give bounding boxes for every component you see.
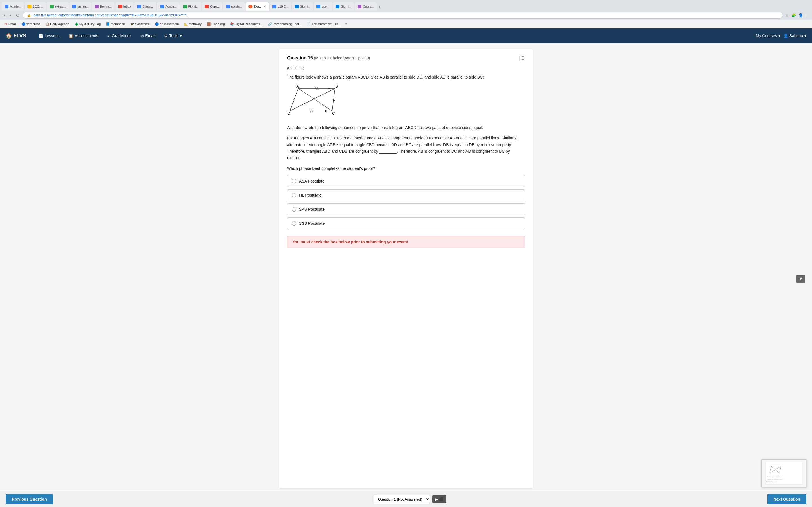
- digital-resources-icon: 📚: [230, 22, 234, 26]
- question-intro-text: The figure below shows a parallelogram A…: [287, 74, 525, 80]
- thumbnail-inner: A student wrote the following sentences.…: [762, 460, 806, 487]
- answer-option-a[interactable]: ASA Postulate: [287, 175, 525, 187]
- browser-tab[interactable]: no sla...: [223, 2, 245, 11]
- bookmark-codeorg[interactable]: 🟫 Code.org: [205, 21, 227, 26]
- browser-tab[interactable]: zoom: [313, 2, 332, 11]
- address-icons: ☆ 🧩 👤 ⋮: [784, 12, 810, 18]
- menu-button[interactable]: ⋮: [805, 12, 810, 18]
- browser-tab[interactable]: summ...: [69, 2, 91, 11]
- nav-lessons[interactable]: 📄 Lessons: [35, 31, 63, 40]
- my-courses-button[interactable]: My Courses ▾: [756, 34, 780, 38]
- warning-bar: You must check the box below prior to su…: [287, 236, 525, 248]
- browser-tab[interactable]: Cours...: [355, 2, 377, 11]
- media-button[interactable]: ▶ ⬛: [432, 495, 446, 503]
- bookmark-paraphrasing[interactable]: 🔗 Paraphrasing Tool...: [266, 21, 303, 26]
- nav-right: My Courses ▾ 👤 Sabrina ▾: [756, 34, 806, 38]
- browser-tab[interactable]: 2022-...: [24, 2, 46, 11]
- browser-tab[interactable]: Acade...: [157, 2, 179, 11]
- new-tab-button[interactable]: +: [377, 3, 382, 11]
- nav-email[interactable]: ✉ Email: [137, 31, 159, 40]
- browser-tab[interactable]: Sign i...: [333, 2, 354, 11]
- lock-icon: 🔒: [27, 13, 31, 17]
- question-container: Question 15 (Multiple Choice Worth 1 poi…: [279, 49, 533, 488]
- email-icon: ✉: [140, 34, 144, 38]
- daily-agenda-icon: 📋: [45, 22, 49, 26]
- svg-text:A: A: [296, 84, 299, 89]
- activity-log-icon: 🌲: [74, 22, 79, 26]
- gmail-icon: ✉: [4, 22, 7, 26]
- flag-button[interactable]: [519, 55, 525, 63]
- preamble-icon: 📄: [306, 22, 310, 26]
- bookmark-daily-agenda[interactable]: 📋 Daily Agenda: [43, 21, 71, 26]
- media-icon-2: ⬛: [439, 497, 444, 501]
- svg-text:following sentences...: following sentences...: [767, 478, 783, 480]
- nav-logo[interactable]: 🏠 FLVS: [6, 33, 26, 39]
- proof-intro-text: A student wrote the following sentences …: [287, 124, 525, 131]
- media-icon: ▶: [435, 497, 438, 501]
- scroll-down-button[interactable]: ▼: [796, 275, 805, 283]
- browser-tab[interactable]: Copy...: [202, 2, 222, 11]
- question-dropdown[interactable]: Question 1 (Not Answered): [374, 495, 430, 504]
- svg-text:A student wrote the: A student wrote the: [767, 476, 781, 478]
- answer-option-c[interactable]: SAS Postulate: [287, 203, 525, 215]
- tab-close-icon[interactable]: ✕: [263, 4, 266, 8]
- more-bookmarks-button[interactable]: »: [344, 21, 349, 26]
- home-icon: 🏠: [6, 33, 12, 39]
- answer-options: ASA Postulate HL Postulate SAS Postulate…: [287, 175, 525, 229]
- assessments-icon: 📋: [68, 34, 73, 38]
- extension-button[interactable]: 🧩: [791, 12, 797, 18]
- refresh-button[interactable]: ↻: [14, 12, 21, 18]
- bookmark-membean[interactable]: 📘 membean: [104, 21, 127, 26]
- profile-button[interactable]: 👤: [798, 12, 804, 18]
- user-profile-button[interactable]: 👤 Sabrina ▾: [783, 34, 806, 38]
- browser-tab[interactable]: Classr...: [134, 2, 156, 11]
- parallelogram-figure: A B C D: [287, 84, 525, 119]
- back-button[interactable]: ‹: [2, 12, 6, 18]
- bookmark-preamble[interactable]: 📄 The Preamble | Th...: [305, 21, 343, 26]
- browser-tab[interactable]: Inbox: [115, 2, 134, 11]
- paraphrasing-icon: 🔗: [268, 22, 272, 26]
- browser-tab[interactable]: v19 C...: [269, 2, 291, 11]
- thumbnail-preview: A student wrote the following sentences.…: [761, 459, 806, 487]
- question-title: Question 15 (Multiple Choice Worth 1 poi…: [287, 55, 370, 61]
- browser-tab[interactable]: Sign i...: [292, 2, 313, 11]
- mathway-icon: 📐: [184, 22, 188, 26]
- tools-dropdown-icon: ▾: [180, 34, 182, 38]
- bookmark-classroom[interactable]: 🎓 classroom: [128, 21, 152, 26]
- browser-tab[interactable]: Acade...: [2, 2, 24, 11]
- bookmark-veracross[interactable]: 🔵 veracross: [19, 21, 42, 26]
- radio-option-d[interactable]: [292, 221, 296, 226]
- forward-button[interactable]: ›: [8, 12, 12, 18]
- top-navigation: 🏠 FLVS 📄 Lessons 📋 Assessments ✔ Gradebo…: [0, 29, 812, 43]
- svg-line-3: [290, 89, 335, 111]
- my-courses-dropdown-icon: ▾: [778, 34, 780, 38]
- browser-tab-active[interactable]: Exa... ✕: [246, 2, 269, 11]
- bookmark-mathway[interactable]: 📐 mathway: [182, 21, 204, 26]
- answer-option-d[interactable]: SSS Postulate: [287, 217, 525, 229]
- question-selector: Question 1 (Not Answered) ▶ ⬛: [374, 495, 446, 504]
- answer-option-b[interactable]: HL Postulate: [287, 189, 525, 201]
- address-bar[interactable]: 🔒 learn.flvs.net/educator/student/examfo…: [22, 12, 783, 18]
- bookmarks-bar: ✉ Gmail 🔵 veracross 📋 Daily Agenda 🌲 My …: [0, 20, 812, 28]
- nav-tools[interactable]: ⚙ Tools ▾: [160, 31, 186, 40]
- radio-option-c[interactable]: [292, 207, 296, 212]
- question-header: Question 15 (Multiple Choice Worth 1 poi…: [287, 55, 525, 63]
- bookmark-star-button[interactable]: ☆: [784, 12, 790, 18]
- radio-option-a[interactable]: [292, 179, 296, 183]
- nav-assessments[interactable]: 📋 Assessments: [64, 31, 102, 40]
- classroom-icon: 🎓: [130, 22, 134, 26]
- bookmark-digital-resources[interactable]: 📚 Digital Resources...: [228, 21, 265, 26]
- browser-tab[interactable]: extrac...: [47, 2, 69, 11]
- previous-question-button[interactable]: Previous Question: [6, 494, 53, 504]
- proof-body-text: For triangles ABD and CDB, alternate int…: [287, 135, 525, 162]
- nav-gradebook[interactable]: ✔ Gradebook: [103, 31, 135, 40]
- browser-tab[interactable]: Florid...: [180, 2, 202, 11]
- svg-text:ASA Postulate: ASA Postulate: [768, 481, 777, 483]
- bookmark-activity-log[interactable]: 🌲 My Activity Log: [72, 21, 103, 26]
- next-question-button[interactable]: Next Question: [767, 494, 806, 504]
- bookmark-gmail[interactable]: ✉ Gmail: [2, 21, 18, 26]
- radio-option-b[interactable]: [292, 193, 296, 198]
- browser-tab[interactable]: Born a...: [92, 2, 115, 11]
- bookmark-ap-classroom[interactable]: 🔵 ap classroom: [153, 21, 181, 26]
- user-icon: 👤: [783, 34, 788, 38]
